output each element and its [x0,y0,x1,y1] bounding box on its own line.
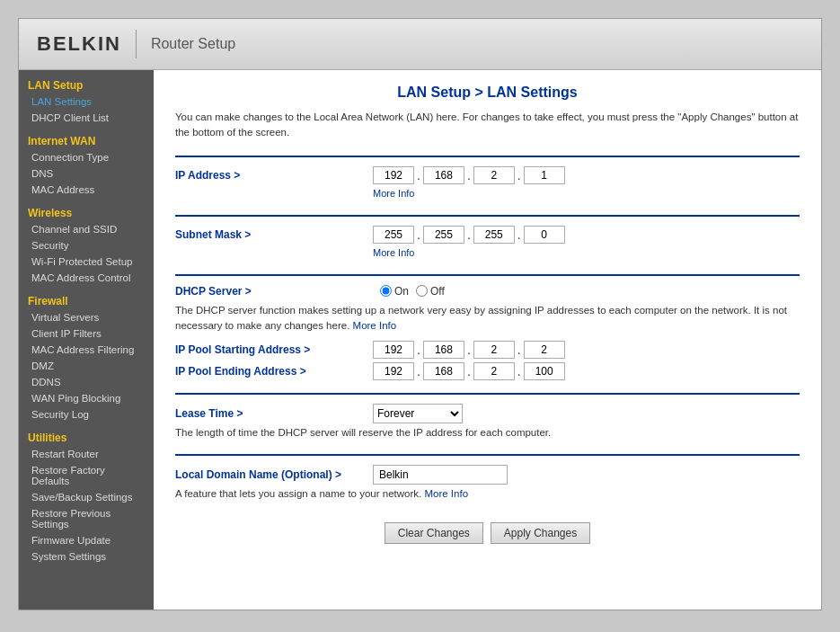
sidebar-item-channel-ssid[interactable]: Channel and SSID [19,221,154,237]
dhcp-description: The DHCP server function makes setting u… [175,303,800,334]
page-title: LAN Setup > LAN Settings [175,85,800,101]
ip-address-octet-3[interactable] [473,166,515,184]
dhcp-on-radio[interactable] [380,285,392,297]
subnet-dot-3: . [517,227,522,242]
subnet-mask-inputs: . . . [373,226,565,244]
local-domain-section: Local Domain Name (Optional) > A feature… [175,454,800,508]
ip-dot-2: . [466,168,472,182]
dhcp-server-label: DHCP Server > [175,285,373,298]
lease-time-row: Lease Time > Forever 1 Day 2 Days 1 Week [175,404,800,423]
ip-pool-end-octet-2[interactable] [423,362,464,380]
sidebar-item-connection-type[interactable]: Connection Type [19,149,154,165]
ip-pool-starting-row: IP Pool Starting Address > . . . [175,341,800,359]
ip-pool-starting-inputs: . . . [373,341,565,359]
ip-pool-end-octet-4[interactable] [524,362,565,380]
subnet-mask-octet-4[interactable] [524,226,565,244]
sidebar-item-security-log[interactable]: Security Log [19,406,154,423]
ip-address-section: IP Address > . . . More Info [175,156,800,215]
header: BELKIN Router Setup [19,19,821,70]
sidebar-item-mac-address-filtering[interactable]: MAC Address Filtering [19,342,154,358]
ip-address-more-info[interactable]: More Info [373,188,800,199]
subnet-mask-octet-2[interactable] [423,226,464,244]
local-domain-row: Local Domain Name (Optional) > [175,465,800,485]
header-title: Router Setup [151,36,235,52]
sidebar-item-virtual-servers[interactable]: Virtual Servers [19,309,154,325]
lease-time-label: Lease Time > [175,407,373,420]
ip-pool-starting-label: IP Pool Starting Address > [175,343,373,356]
lease-time-section: Lease Time > Forever 1 Day 2 Days 1 Week… [175,393,800,454]
clear-changes-button[interactable]: Clear Changes [385,522,483,544]
subnet-mask-octet-3[interactable] [473,226,515,244]
sidebar-item-save-backup-settings[interactable]: Save/Backup Settings [19,489,154,505]
sidebar-section-internet-wan[interactable]: Internet WAN [19,129,154,149]
sidebar-item-firmware-update[interactable]: Firmware Update [19,532,154,548]
main-container: BELKIN Router Setup LAN Setup LAN Settin… [18,18,822,610]
subnet-mask-octet-1[interactable] [373,226,414,244]
sidebar-section-firewall[interactable]: Firewall [19,289,154,309]
sidebar-item-restore-previous-settings[interactable]: Restore Previous Settings [19,505,154,532]
outer-wrapper: BELKIN Router Setup LAN Setup LAN Settin… [0,0,840,632]
sidebar-section-wireless[interactable]: Wireless [19,201,154,221]
sidebar-item-wan-ping-blocking[interactable]: WAN Ping Blocking [19,390,154,406]
ip-address-octet-2[interactable] [423,166,464,184]
local-domain-more-info[interactable]: More Info [424,488,468,499]
ip-address-row: IP Address > . . . [175,166,800,184]
sidebar: LAN Setup LAN Settings DHCP Client List … [19,70,154,610]
sidebar-item-system-settings[interactable]: System Settings [19,548,154,565]
sidebar-item-wifi-protected-setup[interactable]: Wi-Fi Protected Setup [19,254,154,270]
dhcp-radio-group: On Off [380,285,445,298]
lease-time-select[interactable]: Forever 1 Day 2 Days 1 Week [373,404,463,423]
ip-address-octet-4[interactable] [524,166,565,184]
ip-address-octet-1[interactable] [373,166,414,184]
ip-dot-1: . [416,168,421,182]
dhcp-off-radio[interactable] [416,285,428,297]
dhcp-off-label[interactable]: Off [416,285,445,298]
dhcp-on-label[interactable]: On [380,285,409,298]
ip-pool-ending-label: IP Pool Ending Address > [175,365,373,378]
lease-time-description: The length of time the DHCP server will … [175,427,800,438]
sidebar-item-client-ip-filters[interactable]: Client IP Filters [19,325,154,342]
sidebar-item-security[interactable]: Security [19,237,154,254]
ip-pool-ending-inputs: . . . [373,362,565,380]
sidebar-section-utilities[interactable]: Utilities [19,426,154,446]
sidebar-item-restore-factory-defaults[interactable]: Restore Factory Defaults [19,462,154,489]
brand-logo: BELKIN [37,32,121,56]
body-layout: LAN Setup LAN Settings DHCP Client List … [19,70,821,610]
apply-changes-button[interactable]: Apply Changes [491,522,590,544]
subnet-mask-section: Subnet Mask > . . . More Info [175,215,800,274]
dhcp-more-info[interactable]: More Info [353,320,397,331]
sidebar-item-dns[interactable]: DNS [19,165,154,182]
sidebar-item-dhcp-client-list[interactable]: DHCP Client List [19,110,154,126]
button-row: Clear Changes Apply Changes [175,522,800,544]
ip-address-inputs: . . . [373,166,565,184]
dhcp-on-text: On [394,285,409,298]
subnet-dot-2: . [466,227,472,242]
sidebar-section-lan-setup[interactable]: LAN Setup [19,74,154,93]
ip-pool-end-octet-3[interactable] [473,362,515,380]
sidebar-item-mac-address-control[interactable]: MAC Address Control [19,270,154,286]
subnet-dot-1: . [416,227,421,242]
ip-pool-start-octet-2[interactable] [423,341,464,359]
dhcp-server-section: DHCP Server > On Off [175,274,800,394]
dhcp-off-text: Off [430,285,445,298]
subnet-mask-row: Subnet Mask > . . . [175,226,800,244]
sidebar-item-lan-settings[interactable]: LAN Settings [19,93,154,110]
ip-pool-end-octet-1[interactable] [373,362,414,380]
ip-pool-ending-row: IP Pool Ending Address > . . . [175,362,800,380]
local-domain-description: A feature that lets you assign a name to… [175,488,800,499]
local-domain-input[interactable] [373,465,508,485]
subnet-mask-label: Subnet Mask > [175,228,373,241]
ip-pool-start-octet-3[interactable] [473,341,515,359]
sidebar-item-dmz[interactable]: DMZ [19,358,154,374]
subnet-mask-more-info[interactable]: More Info [373,247,800,258]
sidebar-item-mac-address[interactable]: MAC Address [19,182,154,198]
sidebar-item-ddns[interactable]: DDNS [19,374,154,390]
local-domain-label: Local Domain Name (Optional) > [175,468,373,481]
page-description: You can make changes to the Local Area N… [175,110,800,141]
ip-dot-3: . [517,168,522,182]
header-divider [136,30,137,58]
ip-pool-start-octet-1[interactable] [373,341,414,359]
ip-pool-start-octet-4[interactable] [524,341,565,359]
sidebar-item-restart-router[interactable]: Restart Router [19,446,154,462]
ip-address-label: IP Address > [175,169,373,182]
